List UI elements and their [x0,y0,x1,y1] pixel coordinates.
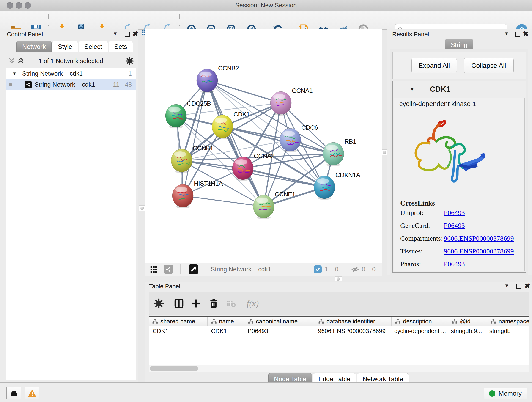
panel-float-icon[interactable] [516,284,521,289]
network-row-selected[interactable]: String Network – cdk1 11 48 [6,79,136,90]
collapse-all-button[interactable]: Collapse All [464,58,514,73]
gene-section: ▼ CDK1 cyclin-dependent kinase 1 [393,81,526,273]
results-panel: Results Panel ▼ ✖ String Expand All Coll… [387,29,532,275]
node-label-CDC25B: CDC25B [187,100,211,107]
memory-dot-icon [489,390,495,397]
crosslink-row: Compartments:9606.ENSP00000378699 [394,235,525,247]
panel-close-icon[interactable]: ✖ [523,30,529,38]
table-row[interactable]: CDK1CDK1P064939606.ENSP00000378699cyclin… [149,326,529,336]
node-label-CDKN1A: CDKN1A [336,172,360,179]
status-bar: Memory [0,382,532,402]
columns-icon[interactable] [173,298,185,309]
tab-style[interactable]: Style [52,41,78,52]
results-panel-title: Results Panel [392,31,429,38]
selected-ratio: 1 – 0 [325,263,338,276]
crosslink-link[interactable]: 9606.ENSP00000378699 [444,247,514,255]
crosslinks-title: CrossLinks [400,199,435,207]
left-splitter-handle[interactable] [139,205,145,211]
main-toolbar: ? [0,11,532,30]
warning-icon [27,389,37,398]
tree-expand-icon[interactable]: ▼ [12,71,17,76]
gene-card: cyclin-dependent kinase 1 [394,98,525,271]
settings-gear-icon[interactable] [126,57,134,65]
delete-column-icon[interactable] [208,298,220,309]
cell-name[interactable]: CDK1 [207,327,244,335]
panel-collapse-icon[interactable]: ▼ [504,31,509,37]
hidden-ratio: 0 – 0 [362,263,375,276]
panel-close-icon[interactable]: ✖ [525,282,530,290]
cell--id[interactable]: stringdb:9... [447,327,486,335]
selected-checkbox[interactable] [314,265,322,273]
table-panel-title: Table Panel [149,283,180,290]
crosslink-label: Pharos: [400,260,421,268]
tree-column-icon [318,318,324,324]
footer-separator [347,264,347,274]
tab-sets[interactable]: Sets [109,41,133,52]
hidden-eye-icon[interactable] [351,266,359,274]
node-table[interactable]: shared namenamecanonical namedatabase id… [149,316,530,372]
toolbar-separator [48,14,49,26]
bottom-splitter-handle[interactable] [335,276,342,281]
horizontal-scrollbar[interactable] [149,365,529,372]
cell-database-identifier[interactable]: 9606.ENSP00000378699 [314,327,391,335]
crosslink-label: Uniprot: [400,209,424,217]
tree-column-icon [211,318,217,324]
column-header-name[interactable]: name [208,317,244,326]
crosslink-row: Pharos:P06493 [394,260,525,273]
expand-all-button[interactable]: Expand All [412,58,457,73]
settings-gear-icon[interactable] [153,298,165,309]
panel-collapse-icon[interactable]: ▼ [504,283,509,289]
panel-float-icon[interactable] [125,32,130,37]
gene-section-header[interactable]: ▼ CDK1 [393,81,526,97]
control-panel-tabs: Network Style Select Sets [17,41,133,52]
scrollbar-thumb[interactable] [150,366,198,371]
tree-column-icon [152,318,158,324]
panel-collapse-icon[interactable]: ▼ [113,31,118,37]
column-header-namespace[interactable]: namespace [487,317,530,326]
birdseye-icon[interactable] [189,264,198,274]
cell-namespace[interactable]: stringdb [486,327,530,335]
toolbar-separator [266,14,266,26]
network-node-count: 11 [113,81,119,88]
panel-float-icon[interactable] [515,32,520,37]
crosslink-label: GeneCard: [400,222,430,230]
column-header-shared-name[interactable]: shared name [149,317,208,326]
panel-close-icon[interactable]: ✖ [133,30,138,38]
column-header-description[interactable]: description [392,317,448,326]
crosslink-link[interactable]: 9606.ENSP00000378699 [444,235,514,242]
share-view-icon[interactable] [164,265,173,274]
cell-description[interactable]: cyclin-dependent ... [391,327,447,335]
tree-column-icon [395,318,401,324]
network-collection-row[interactable]: ▼ String Network – cdk1 1 [6,68,136,79]
tab-select[interactable]: Select [79,41,108,52]
memory-label: Memory [499,390,522,397]
string-app-icon [25,81,32,88]
crosslink-link[interactable]: P06493 [444,209,465,217]
string-network-graph[interactable]: CCNB2CCNA1CDC25BCDK1CDC6RB1CCNB1CCNA2CDK… [146,29,382,263]
network-view-toolbar: String Network – cdk1 1 – 0 0 – 0 [145,263,382,276]
function-builder-icon: f(x) [242,298,263,309]
clear-table-icon [225,298,237,309]
crosslinks-list: Uniprot:P06493GeneCard:P06493Compartment… [394,209,525,273]
tab-network[interactable]: Network [17,41,51,52]
network-list: ▼ String Network – cdk1 1 String Network… [6,68,136,380]
warning-button[interactable] [25,387,39,400]
grid-view-icon[interactable] [150,266,158,274]
crosslink-row: Uniprot:P06493 [394,209,525,222]
cell-shared-name[interactable]: CDK1 [149,327,207,335]
network-canvas[interactable]: CCNB2CCNA1CDC25BCDK1CDC6RB1CCNB1CCNA2CDK… [145,29,382,263]
column-header-database-identifier[interactable]: database identifier [315,317,392,326]
column-header-canonical-name[interactable]: canonical name [244,317,315,326]
tree-column-icon [490,318,496,324]
section-collapse-icon[interactable]: ▼ [410,86,415,92]
toolbar-separator [291,14,291,26]
memory-button[interactable]: Memory [484,388,527,400]
crosslink-link[interactable]: P06493 [444,260,465,268]
title-bar: Session: New Session [0,0,532,11]
add-column-icon[interactable] [191,298,202,309]
cell-canonical-name[interactable]: P06493 [244,327,314,335]
column-header--id[interactable]: @id [448,317,487,326]
cloud-button[interactable] [6,387,21,400]
window-title: Session: New Session [0,0,532,11]
crosslink-link[interactable]: P06493 [444,222,465,230]
